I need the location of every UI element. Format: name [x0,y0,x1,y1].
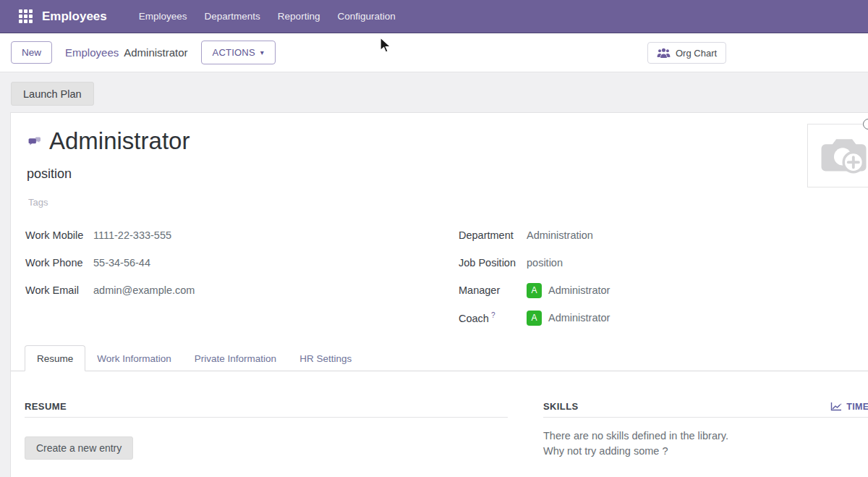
field-work-phone: Work Phone 55-34-56-44 [25,249,195,277]
org-chart-people-icon [657,47,671,59]
coach-name: Administrator [548,312,610,324]
work-phone-label: Work Phone [25,257,93,269]
employee-form-sheet: Administrator position Work Mobile 1111-… [10,112,868,477]
breadcrumb-app[interactable]: Employees [65,46,119,59]
chatter-messages-icon[interactable] [28,136,41,147]
org-chart-button[interactable]: Org Chart [647,42,726,64]
work-mobile-label: Work Mobile [25,229,93,241]
skills-section: SKILLS TIMELINE There are no skills defi… [543,401,868,459]
job-position-label: Job Position [459,257,527,269]
org-chart-label: Org Chart [676,48,717,59]
create-new-entry-button[interactable]: Create a new entry [25,436,133,460]
notebook-tabs: Resume Work Information Private Informat… [11,345,868,371]
coach-avatar: A [527,311,542,326]
nav-item-reporting[interactable]: Reporting [269,0,329,33]
skills-heading: SKILLS [543,401,579,412]
tab-resume[interactable]: Resume [25,345,85,371]
work-phone-value[interactable]: 55-34-56-44 [93,257,150,269]
timeline-label: TIMELINE [846,402,868,412]
job-position-subtitle[interactable]: position [27,166,72,182]
tags-input[interactable] [28,197,260,208]
fields-right-column: Department Administration Job Position p… [459,221,610,332]
department-label: Department [459,229,527,241]
work-email-label: Work Email [25,284,93,296]
breadcrumb-record: Administrator [124,46,187,59]
actions-label: ACTIONS [213,47,255,58]
manager-value[interactable]: A Administrator [527,283,610,298]
resume-heading: RESUME [25,401,67,412]
actions-button[interactable]: ACTIONS ▾ [201,41,276,64]
content-area: Launch Plan Administrator position Work … [0,72,868,477]
work-email-value[interactable]: admin@example.com [93,284,195,296]
tab-work-information[interactable]: Work Information [85,345,183,371]
skills-empty-message: There are no skills defined in the libra… [543,429,868,459]
coach-help-icon[interactable]: ? [491,311,495,319]
launch-plan-button[interactable]: Launch Plan [11,82,94,106]
manager-label: Manager [459,284,527,296]
employee-photo-placeholder[interactable] [807,124,868,187]
page-title[interactable]: Administrator [49,127,190,155]
resume-section: RESUME Create a new entry [25,401,508,460]
control-panel: New Employees Administrator ACTIONS ▾ Or… [0,33,868,72]
apps-grid-icon[interactable] [19,9,33,23]
department-value[interactable]: Administration [527,229,593,241]
field-job-position: Job Position position [459,249,610,277]
coach-label: Coach? [459,311,527,324]
nav-item-departments[interactable]: Departments [196,0,269,33]
tab-private-information[interactable]: Private Information [183,345,288,371]
top-navbar: Employees Employees Departments Reportin… [0,0,868,33]
nav-item-employees[interactable]: Employees [130,0,196,33]
work-mobile-value[interactable]: 1111-22-333-555 [93,229,171,241]
field-coach: Coach? A Administrator [459,304,610,332]
breadcrumb: Employees Administrator [65,46,188,59]
manager-name: Administrator [548,284,610,296]
field-work-email: Work Email admin@example.com [25,277,195,304]
timeline-chart-icon [830,402,842,411]
new-button[interactable]: New [11,41,52,64]
chevron-down-icon: ▾ [260,48,264,56]
timeline-link[interactable]: TIMELINE [830,402,868,412]
app-brand[interactable]: Employees [42,9,107,24]
field-department: Department Administration [459,221,610,249]
manager-avatar: A [527,283,542,298]
nav-item-configuration[interactable]: Configuration [328,0,404,33]
coach-value[interactable]: A Administrator [527,311,610,326]
job-position-value[interactable]: position [527,257,563,269]
field-manager: Manager A Administrator [459,277,610,304]
tab-hr-settings[interactable]: HR Settings [288,345,363,371]
field-work-mobile: Work Mobile 1111-22-333-555 [25,221,195,249]
camera-add-icon [817,133,868,178]
fields-left-column: Work Mobile 1111-22-333-555 Work Phone 5… [25,221,195,304]
